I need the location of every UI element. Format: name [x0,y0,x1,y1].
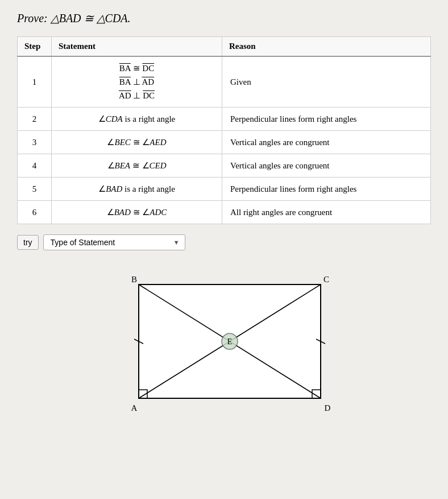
step-number: 6 [18,201,52,224]
label-d: D [325,403,331,413]
table-row: 6 ∠BAD ≅ ∠ADC All right angles are congr… [18,201,431,224]
reason-cell: Given [222,56,431,108]
label-c: C [323,275,329,284]
reason-cell: Perpendicular lines form right angles [222,178,431,201]
proof-table: Step Statement Reason 1 BA ≅ DC BA ⊥ AD … [17,36,431,224]
statement-cell: BA ≅ DC BA ⊥ AD AD ⊥ DC [52,56,222,108]
table-row: 2 ∠CDA is a right angle Perpendicular li… [18,108,431,131]
statement-cell: ∠BAD is a right angle [52,178,222,201]
prove-statement: Prove: △BAD ≅ △CDA. [17,11,431,25]
col-header-statement: Statement [52,37,222,57]
label-b: B [131,275,137,284]
statement-cell: ∠BAD ≅ ∠ADC [52,201,222,224]
step-number: 3 [18,131,52,154]
table-row: 4 ∠BEA ≅ ∠CED Vertical angles are congru… [18,154,431,178]
reason-cell: Perpendicular lines form right angles [222,108,431,131]
statement-cell: ∠CDA is a right angle [52,108,222,131]
step-number: 2 [18,108,52,131]
geometry-diagram: E B C A D [105,267,343,415]
step-number: 1 [18,56,52,108]
col-header-reason: Reason [222,37,431,57]
step-number: 4 [18,154,52,178]
reason-cell: Vertical angles are congruent [222,131,431,154]
col-header-step: Step [18,37,52,57]
reason-cell: All right angles are congruent [222,201,431,224]
try-button[interactable]: try [17,235,39,250]
type-of-statement-wrapper: Type of Statement ▼ [43,234,185,250]
label-e: E [227,337,233,346]
step-number: 5 [18,178,52,201]
reason-cell: Vertical angles are congruent [222,154,431,178]
table-row: 5 ∠BAD is a right angle Perpendicular li… [18,178,431,201]
statement-cell: ∠BEC ≅ ∠AED [52,131,222,154]
statement-cell: ∠BEA ≅ ∠CED [52,154,222,178]
type-of-statement-dropdown[interactable]: Type of Statement [43,234,185,250]
table-row: 3 ∠BEC ≅ ∠AED Vertical angles are congru… [18,131,431,154]
table-row: 1 BA ≅ DC BA ⊥ AD AD ⊥ DC Given [18,56,431,108]
diagram-area: E B C A D [17,262,431,421]
label-a: A [131,403,138,413]
input-row: try Type of Statement ▼ [17,234,431,250]
